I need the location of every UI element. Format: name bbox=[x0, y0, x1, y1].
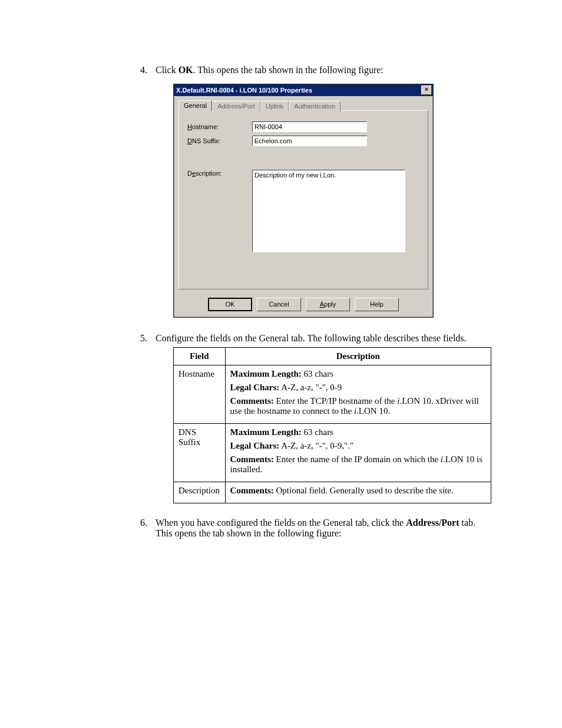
dns-suffix-label: DNS Suffix: bbox=[187, 137, 252, 144]
step-4-number: 4. bbox=[130, 65, 156, 328]
dialog-titlebar[interactable]: X.Default.RNI-0004 - i.LON 10/100 Proper… bbox=[174, 84, 433, 96]
ok-button[interactable]: OK bbox=[208, 298, 252, 311]
close-button[interactable]: × bbox=[421, 85, 432, 95]
step-6: 6. When you have configured the fields o… bbox=[130, 518, 491, 539]
tab-general[interactable]: General bbox=[178, 100, 212, 111]
step-5-body: Configure the fields on the General tab.… bbox=[156, 333, 491, 513]
dns-suffix-input[interactable] bbox=[252, 136, 367, 146]
field-cell: Description bbox=[174, 482, 226, 503]
table-row: Description Comments: Optional field. Ge… bbox=[174, 482, 491, 503]
desc-cell: Comments: Optional field. Generally used… bbox=[225, 482, 491, 503]
cancel-button[interactable]: Cancel bbox=[257, 298, 301, 311]
tab-address-port[interactable]: Address/Port bbox=[212, 101, 260, 111]
desc-cell: Maximum Length: 63 chars Legal Chars: A-… bbox=[225, 424, 491, 482]
table-row: Hostname Maximum Length: 63 chars Legal … bbox=[174, 365, 491, 424]
general-tab-panel: Hostname: DNS Suffix: Description: bbox=[178, 110, 428, 289]
desc-cell: Maximum Length: 63 chars Legal Chars: A-… bbox=[225, 365, 491, 424]
step-4: 4. Click OK. This opens the tab shown in… bbox=[130, 65, 491, 328]
help-button[interactable]: Help bbox=[355, 298, 399, 311]
col-description: Description bbox=[225, 348, 491, 365]
step-6-number: 6. bbox=[130, 518, 156, 539]
tab-strip: General Address/Port Uplink Authenticati… bbox=[174, 96, 433, 110]
dialog-title: X.Default.RNI-0004 - i.LON 10/100 Proper… bbox=[176, 87, 312, 94]
field-cell: DNS Suffix bbox=[174, 424, 226, 482]
description-textarea[interactable] bbox=[252, 170, 405, 252]
tab-uplink[interactable]: Uplink bbox=[260, 101, 289, 111]
table-row: DNS Suffix Maximum Length: 63 chars Lega… bbox=[174, 424, 491, 482]
description-label: Description: bbox=[187, 170, 252, 177]
field-description-table: Field Description Hostname Maximum Lengt… bbox=[173, 347, 491, 503]
tab-authentication[interactable]: Authentication bbox=[289, 101, 340, 111]
apply-button[interactable]: Apply bbox=[306, 298, 350, 311]
step-4-body: Click OK. This opens the tab shown in th… bbox=[156, 65, 491, 328]
hostname-input[interactable] bbox=[252, 121, 367, 132]
dialog-button-row: OK Cancel Apply Help bbox=[174, 294, 433, 317]
step-5-number: 5. bbox=[130, 333, 156, 513]
properties-dialog: X.Default.RNI-0004 - i.LON 10/100 Proper… bbox=[173, 84, 434, 318]
close-icon: × bbox=[425, 85, 428, 93]
hostname-label: Hostname: bbox=[187, 123, 252, 130]
step-6-body: When you have configured the fields on t… bbox=[156, 518, 491, 539]
field-cell: Hostname bbox=[174, 365, 226, 424]
col-field: Field bbox=[174, 348, 226, 365]
step-5: 5. Configure the fields on the General t… bbox=[130, 333, 491, 513]
